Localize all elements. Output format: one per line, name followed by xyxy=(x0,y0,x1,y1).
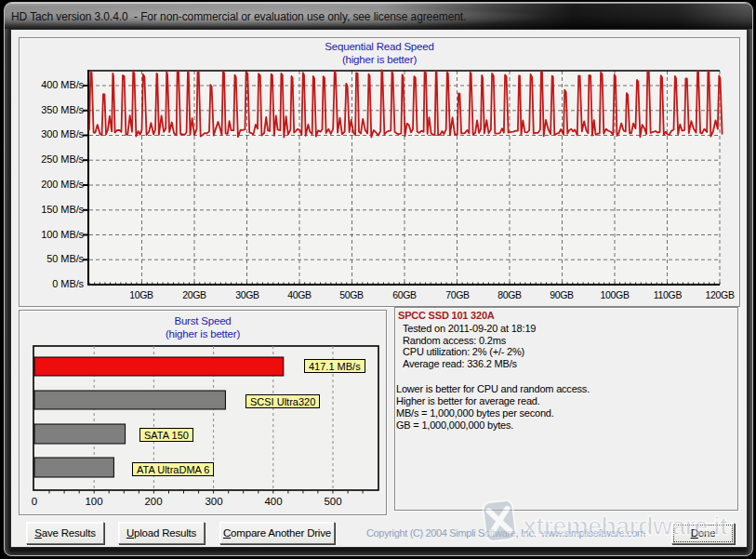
svg-text:xtremehardware.it: xtremehardware.it xyxy=(523,512,728,540)
